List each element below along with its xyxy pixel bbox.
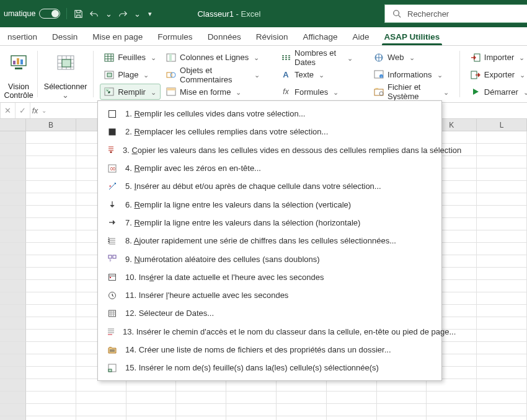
redo-caret-icon[interactable]: ⌄ bbox=[134, 9, 140, 19]
row-header[interactable] bbox=[0, 168, 26, 181]
cell[interactable] bbox=[477, 317, 527, 330]
cell[interactable] bbox=[26, 255, 76, 268]
cell[interactable] bbox=[26, 193, 76, 206]
cell[interactable] bbox=[477, 354, 527, 367]
mise-en-forme-button[interactable]: Mise en forme bbox=[162, 84, 246, 100]
cell[interactable] bbox=[477, 181, 527, 193]
cell[interactable] bbox=[477, 218, 527, 230]
cell[interactable] bbox=[377, 392, 427, 404]
cell[interactable] bbox=[477, 404, 527, 416]
search-box[interactable]: Rechercher bbox=[384, 4, 527, 23]
tab-asap-utilities[interactable]: ASAP Utilities bbox=[377, 28, 448, 45]
qat-overflow-icon[interactable]: ▾ bbox=[146, 9, 154, 19]
row-header[interactable] bbox=[0, 206, 26, 218]
menu-item-11[interactable]: 11. Insérer l'heure actuelle avec les se… bbox=[98, 286, 441, 304]
cell[interactable] bbox=[226, 404, 277, 416]
cell[interactable] bbox=[26, 367, 76, 379]
cell[interactable] bbox=[477, 280, 527, 292]
cell[interactable] bbox=[76, 392, 126, 404]
cell[interactable] bbox=[477, 292, 527, 305]
tab-révision[interactable]: Révision bbox=[249, 28, 296, 45]
cell[interactable] bbox=[277, 416, 327, 420]
cell[interactable] bbox=[327, 392, 377, 404]
cell[interactable] bbox=[26, 144, 76, 156]
cell[interactable] bbox=[427, 404, 477, 416]
menu-item-13[interactable]: 13. Insérer le chemin d'accès et le nom … bbox=[98, 323, 441, 341]
colonnes-et-lignes-button[interactable]: Colonnes et Lignes bbox=[162, 50, 264, 66]
col-header-L[interactable]: L bbox=[477, 119, 527, 131]
menu-item-14[interactable]: 14. Créer une liste de noms de fichiers … bbox=[98, 341, 441, 359]
cell[interactable] bbox=[477, 330, 527, 342]
menu-item-9[interactable]: ?9. Numérotation aléatoire des cellules … bbox=[98, 250, 441, 268]
cell[interactable] bbox=[76, 416, 126, 420]
row-header[interactable] bbox=[0, 230, 26, 243]
web-button[interactable]: Web bbox=[370, 50, 419, 66]
row-header[interactable] bbox=[0, 330, 26, 342]
cell[interactable] bbox=[477, 168, 527, 181]
menu-item-6[interactable]: 6. Remplir la ligne entre les valeurs da… bbox=[98, 195, 441, 213]
importer-button[interactable]: Importer bbox=[466, 50, 527, 66]
row-header[interactable] bbox=[0, 280, 26, 292]
cell[interactable] bbox=[477, 206, 527, 218]
cell[interactable] bbox=[477, 379, 527, 392]
cell[interactable] bbox=[26, 131, 76, 144]
row-header[interactable] bbox=[0, 392, 26, 404]
row-header[interactable] bbox=[0, 367, 26, 379]
cell[interactable] bbox=[26, 354, 76, 367]
menu-item-3[interactable]: 3. Copier les valeurs dans les cellules … bbox=[98, 141, 441, 159]
cell[interactable] bbox=[427, 416, 477, 420]
démarrer-button[interactable]: Démarrer bbox=[466, 84, 527, 100]
cell[interactable] bbox=[327, 416, 377, 420]
cell[interactable] bbox=[377, 404, 427, 416]
cell[interactable] bbox=[277, 404, 327, 416]
tab-affichage[interactable]: Affichage bbox=[295, 28, 345, 45]
save-icon[interactable] bbox=[73, 9, 83, 19]
cell[interactable] bbox=[477, 416, 527, 420]
row-header[interactable] bbox=[0, 156, 26, 168]
cell[interactable] bbox=[26, 330, 76, 342]
menu-item-10[interactable]: 10. Insérer la date actuelle et l'heure … bbox=[98, 268, 441, 286]
row-header[interactable] bbox=[0, 268, 26, 280]
formules-button[interactable]: fxFormules bbox=[277, 84, 343, 100]
row-header[interactable] bbox=[0, 379, 26, 392]
vision-controle-button[interactable]: VisionContrôle bbox=[0, 46, 37, 102]
redo-icon[interactable] bbox=[118, 9, 128, 19]
cell[interactable] bbox=[26, 280, 76, 292]
row-header[interactable] bbox=[0, 144, 26, 156]
row-header[interactable] bbox=[0, 416, 26, 420]
cell[interactable] bbox=[126, 404, 177, 416]
menu-item-8[interactable]: 1238. Ajouter rapidement une série de ch… bbox=[98, 232, 441, 250]
cell[interactable] bbox=[26, 342, 76, 354]
col-header-B[interactable]: B bbox=[26, 119, 76, 131]
menu-item-7[interactable]: 7. Remplir la ligne entre les valeurs da… bbox=[98, 214, 441, 232]
select-all-corner[interactable] bbox=[0, 119, 26, 131]
cell[interactable] bbox=[477, 342, 527, 354]
row-header[interactable] bbox=[0, 243, 26, 255]
row-header[interactable] bbox=[0, 193, 26, 206]
autosave-toggle[interactable]: umatique bbox=[4, 9, 60, 19]
cell[interactable] bbox=[26, 292, 76, 305]
cell[interactable] bbox=[26, 168, 76, 181]
row-header[interactable] bbox=[0, 317, 26, 330]
cell[interactable] bbox=[477, 392, 527, 404]
cell[interactable] bbox=[126, 392, 177, 404]
cell[interactable] bbox=[26, 218, 76, 230]
cell[interactable] bbox=[477, 305, 527, 317]
cell[interactable] bbox=[26, 206, 76, 218]
menu-item-12[interactable]: 12. Sélecteur de Dates... bbox=[98, 304, 441, 322]
cell[interactable] bbox=[26, 404, 76, 416]
cell[interactable] bbox=[477, 193, 527, 206]
row-header[interactable] bbox=[0, 342, 26, 354]
texte-button[interactable]: ATexte bbox=[277, 67, 329, 83]
undo-caret-icon[interactable]: ⌄ bbox=[105, 9, 112, 19]
remplir-button[interactable]: Remplir bbox=[100, 84, 161, 100]
row-header[interactable] bbox=[0, 292, 26, 305]
selectionner-button[interactable]: Sélectionner⌄ bbox=[38, 46, 94, 102]
fx-icon[interactable]: fx⌄ bbox=[30, 103, 45, 118]
cell[interactable] bbox=[377, 416, 427, 420]
confirm-icon[interactable]: ✓ bbox=[15, 103, 30, 118]
cell[interactable] bbox=[226, 416, 277, 420]
cell[interactable] bbox=[26, 181, 76, 193]
tab-formules[interactable]: Formules bbox=[150, 28, 200, 45]
cell[interactable] bbox=[26, 416, 76, 420]
